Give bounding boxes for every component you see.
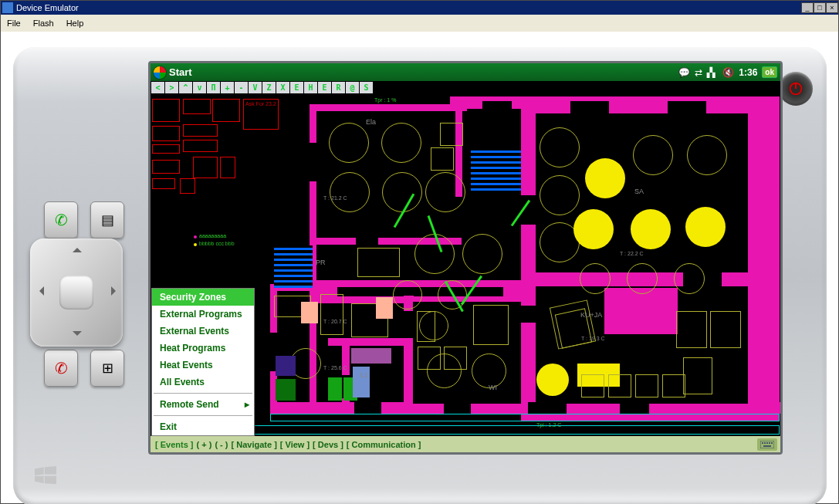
menu-item-heat-programs[interactable]: Heat Programs bbox=[152, 340, 254, 357]
minimize-button[interactable]: _ bbox=[801, 2, 814, 13]
door bbox=[482, 101, 512, 113]
chat-icon[interactable]: 💬 bbox=[678, 67, 690, 78]
sensor bbox=[540, 175, 580, 215]
tb-z[interactable]: Z bbox=[262, 82, 276, 93]
sip-keyboard-button[interactable] bbox=[757, 438, 777, 451]
softmenu-navigate[interactable]: [ Navigate ] bbox=[230, 440, 279, 449]
sensor bbox=[414, 234, 455, 274]
tb-v[interactable]: V bbox=[249, 82, 262, 93]
power-icon bbox=[787, 80, 804, 97]
menu-separator bbox=[154, 393, 252, 394]
floorplan-canvas[interactable]: Ask For 23.2 aaaaaaaaa bbox=[151, 95, 780, 436]
menubar: File Flash Help bbox=[1, 15, 838, 32]
tb-h[interactable]: H bbox=[304, 82, 317, 93]
tb-plus[interactable]: + bbox=[221, 82, 234, 93]
menu-item-exit[interactable]: Exit bbox=[152, 418, 254, 435]
tb-up[interactable]: ^ bbox=[179, 82, 192, 93]
sensor bbox=[382, 172, 422, 212]
fixture bbox=[662, 374, 685, 397]
signal-icon[interactable]: ▞▖ bbox=[707, 67, 718, 78]
info-box: Ask For 23.2 bbox=[243, 99, 279, 130]
menu-item-security-zones[interactable]: Security Zones bbox=[152, 289, 254, 306]
softkey-1[interactable]: ▤ bbox=[90, 201, 124, 238]
softmenu-devs[interactable]: [ Devs ] bbox=[311, 440, 345, 449]
wm-screen: Start 💬 ⇄ ▞▖ 🔇 1:36 ok < bbox=[151, 63, 780, 452]
tb-s[interactable]: S bbox=[360, 82, 373, 93]
power-button[interactable] bbox=[779, 72, 813, 106]
menu-file[interactable]: File bbox=[1, 17, 27, 29]
sensor bbox=[462, 234, 502, 274]
tb-right[interactable]: > bbox=[165, 82, 178, 93]
fixture bbox=[676, 311, 707, 348]
room-label: Ł1 bbox=[360, 371, 368, 379]
active-sensor bbox=[631, 209, 671, 249]
menu-item-remote-send[interactable]: Remote Send bbox=[152, 396, 254, 413]
dpad-down-icon bbox=[73, 331, 82, 340]
door bbox=[310, 143, 320, 181]
softmenu-events[interactable]: [ Events ] bbox=[154, 440, 195, 449]
door bbox=[354, 402, 381, 414]
legend-dot bbox=[194, 235, 197, 238]
soft-menubar: [ Events ] ( + ) ( - ) [ Navigate ] [ Vi… bbox=[151, 436, 780, 452]
menu-flash[interactable]: Flash bbox=[27, 17, 60, 29]
svg-rect-6 bbox=[769, 442, 770, 444]
tb-r[interactable]: R bbox=[332, 82, 345, 93]
clock[interactable]: 1:36 bbox=[739, 67, 757, 78]
softmenu-view[interactable]: [ View ] bbox=[279, 440, 311, 449]
softmenu-plus[interactable]: ( + ) bbox=[195, 440, 214, 449]
device-screen: Start 💬 ⇄ ▞▖ 🔇 1:36 ok < bbox=[148, 61, 783, 455]
tb-x[interactable]: X bbox=[276, 82, 289, 93]
svg-rect-2 bbox=[760, 441, 774, 448]
events-menu-popup: Security Zones External Programs Externa… bbox=[151, 288, 255, 436]
window-buttons: _ □ × bbox=[801, 2, 838, 13]
door bbox=[521, 306, 552, 323]
info-box bbox=[193, 157, 218, 178]
door bbox=[528, 402, 567, 414]
tb-down[interactable]: v bbox=[193, 82, 206, 93]
softmenu-communication[interactable]: [ Communication ] bbox=[345, 440, 423, 449]
hangup-button[interactable]: ✆ bbox=[44, 350, 78, 387]
tb-left[interactable]: < bbox=[151, 82, 164, 93]
softkey-2[interactable]: ⊞ bbox=[90, 350, 124, 387]
temp-label: T : 25.6 C bbox=[323, 365, 347, 370]
dpad-center[interactable] bbox=[59, 276, 93, 310]
wall bbox=[310, 104, 467, 111]
menu-help[interactable]: Help bbox=[60, 17, 90, 29]
tb-e[interactable]: E bbox=[290, 82, 303, 93]
active-sensor bbox=[536, 364, 569, 396]
volume-icon[interactable]: 🔇 bbox=[722, 67, 734, 78]
temp-label: T : 19.3 C bbox=[581, 336, 605, 341]
keyboard-icon bbox=[760, 441, 774, 448]
tb-minus[interactable]: - bbox=[235, 82, 248, 93]
tb-p[interactable]: П bbox=[207, 82, 220, 93]
windows-logo-icon bbox=[35, 466, 56, 485]
legend-label: bbbbb ccc bbb bbox=[199, 241, 235, 246]
close-button[interactable]: × bbox=[826, 2, 838, 13]
info-box bbox=[152, 160, 180, 174]
door bbox=[570, 101, 609, 117]
softmenu-minus[interactable]: ( - ) bbox=[213, 440, 229, 449]
dpad[interactable] bbox=[30, 238, 123, 347]
ok-button[interactable]: ok bbox=[762, 66, 777, 78]
temp-label: T : 22.2 C bbox=[620, 251, 644, 256]
tb-e2[interactable]: E bbox=[318, 82, 331, 93]
tb-at[interactable]: @ bbox=[346, 82, 359, 93]
legend-label: aaaaaaaaa bbox=[199, 233, 226, 238]
wall bbox=[328, 338, 405, 346]
heated bbox=[301, 302, 318, 323]
menu-item-external-programs[interactable]: External Programs bbox=[152, 306, 254, 323]
menu-item-all-events[interactable]: All Events bbox=[152, 374, 254, 391]
menu-item-heat-events[interactable]: Heat Events bbox=[152, 357, 254, 374]
start-button[interactable]: Start bbox=[154, 66, 192, 79]
sensor bbox=[627, 263, 658, 294]
fixture bbox=[417, 311, 435, 342]
sync-icon[interactable]: ⇄ bbox=[695, 67, 702, 78]
maximize-button[interactable]: □ bbox=[814, 2, 826, 13]
boundary bbox=[270, 414, 780, 421]
sensor bbox=[674, 263, 705, 294]
fixture bbox=[357, 248, 400, 277]
room-label: WI bbox=[489, 384, 497, 391]
active-sensor bbox=[685, 207, 726, 247]
call-button[interactable]: ✆ bbox=[44, 201, 78, 238]
menu-item-external-events[interactable]: External Events bbox=[152, 323, 254, 340]
